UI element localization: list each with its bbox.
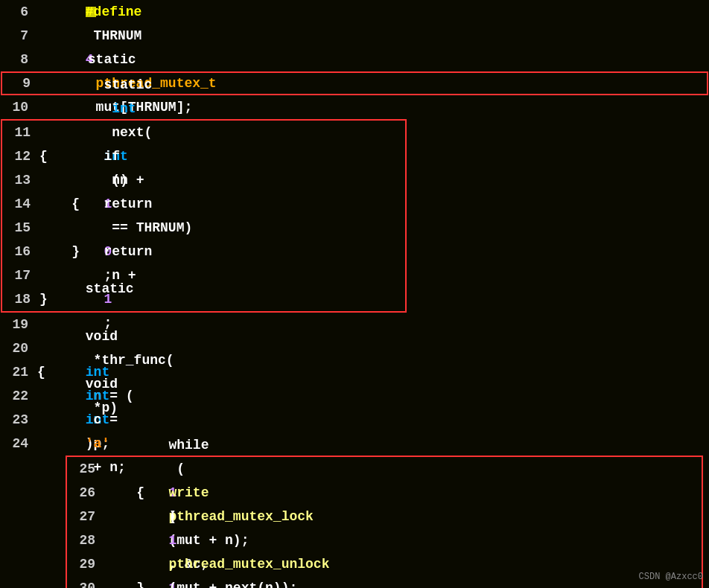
line-number-20: 20 (6, 336, 28, 360)
line-number-10: 10 (6, 95, 28, 119)
line-number-12: 12 (8, 144, 31, 168)
line-number-25: 25 (73, 457, 95, 481)
line-number-16: 16 (8, 240, 31, 263)
watermark: CSDN @Azxcc0 (639, 572, 703, 582)
box-11-18: 11 static int next( int n) 12 { 13 if (n… (1, 119, 407, 313)
line-number-11: 11 (8, 121, 31, 144)
line-number-6: 6 (6, 0, 28, 24)
line-number-28: 28 (73, 528, 95, 552)
line-number-19: 19 (6, 313, 28, 336)
box-25-30: 25 while ( 1 ) 26 { 27 pthread_mutex_loc… (66, 456, 703, 588)
line-number-30: 30 (73, 576, 95, 588)
line-number-22: 22 (6, 384, 28, 408)
line-number-26: 26 (73, 481, 95, 505)
line-number-18: 18 (8, 287, 31, 311)
line-number-23: 23 (6, 408, 28, 432)
line-number-13: 13 (8, 168, 31, 192)
code-text-18: } (39, 287, 48, 311)
line-number-8: 8 (6, 48, 28, 71)
line-number-24: 24 (6, 432, 28, 456)
line-number-14: 14 (8, 192, 31, 216)
line-number-7: 7 (6, 24, 28, 48)
line-number-27: 27 (73, 505, 95, 528)
line-number-17: 17 (8, 263, 31, 287)
code-line-29: 29 pthread_mutex_unlock (mut + next(n)); (67, 552, 702, 576)
line-number-15: 15 (8, 216, 31, 240)
code-text-17: return n + 1 ; (39, 192, 152, 359)
code-line-17: 17 return n + 1 ; (2, 263, 405, 287)
define-keyword: #define (86, 4, 142, 19)
code-text-30: } (104, 576, 144, 588)
code-container: 6 7 #define THRNUM 4 8 9 static pthread_… (0, 0, 709, 588)
line-number-29: 29 (73, 552, 95, 576)
line-number-21: 21 (6, 360, 28, 384)
line-number-9: 9 (8, 71, 31, 95)
